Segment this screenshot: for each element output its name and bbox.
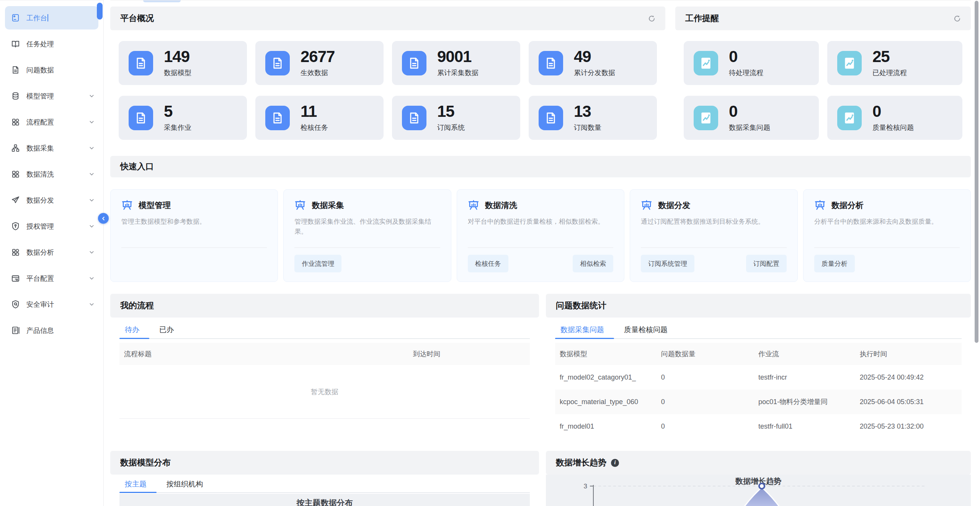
quick-card-data-collection[interactable]: 数据采集 管理数据采集作业流、作业流实例及数据采集结果。 作业流管理 bbox=[283, 189, 451, 282]
stat-value: 2677 bbox=[301, 49, 335, 65]
refresh-icon[interactable] bbox=[648, 15, 655, 22]
work-reminder-panel: 工作提醒 0 待处理流程 25 已处理流程 0 bbox=[675, 7, 971, 150]
panel-title: 数据模型分布 bbox=[120, 457, 171, 468]
sidebar-item-data-distribution[interactable]: 数据分发 bbox=[5, 188, 98, 212]
chevron-left-icon bbox=[101, 216, 106, 221]
sidebar-item-product-info[interactable]: 产品信息 bbox=[5, 319, 98, 342]
divider bbox=[121, 247, 267, 248]
stat-card: 2677 生效数据 bbox=[255, 41, 384, 85]
tag-subscription-config[interactable]: 订阅配置 bbox=[746, 255, 787, 272]
tab-quality-problems[interactable]: 质量检核问题 bbox=[614, 321, 678, 338]
stat-card: 25 已处理流程 bbox=[827, 41, 962, 85]
panel-title: 我的流程 bbox=[120, 300, 154, 311]
sidebar-item-label: 数据清洗 bbox=[26, 170, 89, 179]
sidebar-item-task-handling[interactable]: 任务处理 bbox=[5, 32, 98, 56]
stat-label: 订阅数量 bbox=[574, 123, 601, 132]
document-stat-icon bbox=[402, 106, 426, 130]
trend-stat-icon bbox=[694, 106, 718, 130]
stat-card: 0 质量检核问题 bbox=[827, 96, 962, 140]
divider bbox=[468, 247, 613, 248]
distribution-tabs: 按主题 按组织机构 bbox=[119, 476, 530, 493]
column-process-title: 流程标题 bbox=[124, 349, 413, 359]
tag-subscription-system[interactable]: 订阅系统管理 bbox=[641, 255, 694, 272]
panel-header: 数据模型分布 bbox=[110, 451, 539, 475]
sidebar-item-label: 问题数据 bbox=[26, 66, 95, 75]
text-cursor bbox=[47, 14, 48, 21]
document-stat-icon bbox=[129, 106, 153, 130]
tab-collection-problems[interactable]: 数据采集问题 bbox=[555, 321, 614, 338]
cell-problem-count: 0 bbox=[661, 373, 758, 382]
sidebar-item-label: 数据分析 bbox=[26, 248, 89, 257]
tag-workflow-management[interactable]: 作业流管理 bbox=[294, 255, 341, 272]
page-scrollbar-thumb[interactable] bbox=[975, 1, 978, 343]
sidebar-item-label: 模型管理 bbox=[26, 92, 89, 101]
problem-tabs: 数据采集问题 质量检核问题 bbox=[555, 321, 962, 339]
sidebar-scrollbar-thumb[interactable] bbox=[97, 3, 103, 20]
sidebar-item-label: 授权管理 bbox=[26, 222, 89, 231]
easel-chart-icon bbox=[641, 200, 652, 211]
quick-card-data-cleaning[interactable]: 数据清洗 对平台中的数据进行质量检核，相似数据检索。 检核任务 相似检索 bbox=[457, 189, 624, 282]
empty-state: 暂无数据 bbox=[119, 365, 530, 419]
cell-workflow: poc01-物料分类增量同 bbox=[758, 397, 860, 406]
main-content: 平台概况 149 数据模型 2677 生效数据 9001 bbox=[110, 0, 971, 506]
divider bbox=[294, 247, 440, 248]
tag-quality-analysis[interactable]: 质量分析 bbox=[814, 255, 855, 272]
quick-card-data-analysis[interactable]: 数据分析 分析平台中的数据来源和去向及数据质量。 质量分析 bbox=[803, 189, 971, 282]
sidebar-item-platform-config[interactable]: 平台配置 bbox=[5, 267, 98, 290]
tab-by-subject[interactable]: 按主题 bbox=[119, 476, 157, 492]
stat-value: 0 bbox=[872, 103, 914, 120]
tab-done[interactable]: 已办 bbox=[149, 321, 184, 338]
column-data-model: 数据模型 bbox=[560, 349, 661, 359]
chevron-down-icon bbox=[89, 275, 95, 281]
grid-icon bbox=[11, 170, 20, 178]
tag-check-task[interactable]: 检核任务 bbox=[468, 255, 508, 272]
quick-card-model-management[interactable]: 模型管理 管理主数据模型和参考数据。 bbox=[110, 189, 278, 282]
stat-label: 累计采集数据 bbox=[437, 68, 479, 77]
quick-card-title: 模型管理 bbox=[139, 200, 171, 211]
chevron-down-icon bbox=[89, 301, 95, 307]
stat-card: 0 待处理流程 bbox=[684, 41, 819, 85]
tag-similarity-search[interactable]: 相似检索 bbox=[573, 255, 613, 272]
cell-data-model: fr_model01 bbox=[560, 422, 661, 431]
tab-todo[interactable]: 待办 bbox=[119, 321, 149, 338]
document-stat-icon bbox=[265, 51, 290, 75]
stat-card: 13 订阅数量 bbox=[529, 96, 657, 140]
sidebar-item-data-collection[interactable]: 数据采集 bbox=[5, 136, 98, 160]
problem-data-stats-panel: 问题数据统计 数据采集问题 质量检核问题 数据模型 问题数据量 作业流 执行时间… bbox=[546, 294, 971, 451]
stat-card: 5 采集作业 bbox=[119, 96, 247, 140]
table-row: fr_model02_catagory01_ 0 testfr-incr 202… bbox=[555, 365, 962, 390]
sidebar-item-model-management[interactable]: 模型管理 bbox=[5, 84, 98, 108]
process-tabs: 待办 已办 bbox=[119, 321, 530, 339]
quick-card-desc: 对平台中的数据进行质量检核，相似数据检索。 bbox=[468, 217, 613, 227]
sidebar-item-process-config[interactable]: 流程配置 bbox=[5, 110, 98, 134]
panel-title: 工作提醒 bbox=[685, 13, 719, 24]
trend-stat-icon bbox=[694, 51, 718, 75]
sidebar-item-label: 安全审计 bbox=[26, 300, 89, 309]
model-distribution-panel: 数据模型分布 按主题 按组织机构 按主题数据分布 数 bbox=[110, 451, 539, 506]
sidebar-collapse-button[interactable] bbox=[98, 213, 109, 224]
stat-label: 订阅系统 bbox=[437, 123, 465, 132]
sidebar-item-security-audit[interactable]: 安全审计 bbox=[5, 293, 98, 316]
subject-distribution-chart: 按主题数据分布 数 bbox=[119, 494, 530, 506]
cell-exec-time: 2025-05-23 01:32:00 bbox=[860, 422, 957, 431]
panel-header: 数据增长趋势 i bbox=[546, 451, 971, 475]
sidebar-item-data-analysis[interactable]: 数据分析 bbox=[5, 241, 98, 264]
trend-stat-icon bbox=[837, 106, 862, 130]
sidebar-item-problem-data[interactable]: 问题数据 bbox=[5, 58, 98, 82]
sidebar-item-workbench[interactable]: 工作台 bbox=[5, 6, 98, 29]
panel-title: 问题数据统计 bbox=[556, 300, 606, 311]
info-icon[interactable]: i bbox=[611, 459, 619, 467]
quick-card-tags bbox=[121, 255, 267, 272]
refresh-icon[interactable] bbox=[954, 15, 961, 22]
stat-label: 检核任务 bbox=[301, 123, 328, 132]
quick-card-data-distribution[interactable]: 数据分发 通过订阅配置将数据推送到目标业务系统。 订阅系统管理 订阅配置 bbox=[630, 189, 797, 282]
divider bbox=[814, 247, 960, 248]
tab-by-organization[interactable]: 按组织机构 bbox=[157, 476, 213, 492]
sidebar-item-data-cleaning[interactable]: 数据清洗 bbox=[5, 162, 98, 186]
quick-card-title: 数据采集 bbox=[312, 200, 344, 211]
trend-stat-icon bbox=[837, 51, 862, 75]
stat-value: 11 bbox=[301, 103, 328, 120]
growth-chart-plot: 3 2.5 bbox=[546, 475, 971, 506]
sidebar-item-authorization[interactable]: 授权管理 bbox=[5, 215, 98, 238]
column-workflow: 作业流 bbox=[758, 349, 860, 359]
